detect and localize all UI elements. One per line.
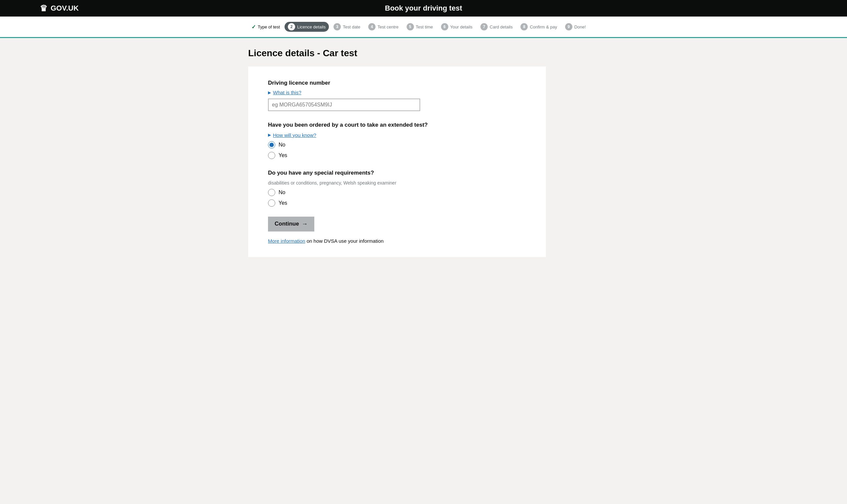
site-title: Book your driving test — [385, 4, 462, 13]
extended-test-label: Have you been ordered by a court to take… — [268, 121, 526, 129]
step-label-test-centre: Test centre — [377, 24, 399, 30]
footer-after-link-text: on how DVSA use your information — [305, 238, 384, 244]
step-confirm-pay[interactable]: 8 Confirm & pay — [517, 22, 560, 32]
gov-logo[interactable]: ♛ GOV.UK — [40, 3, 79, 14]
special-requirements-label: Do you have any special requirements? — [268, 169, 526, 177]
continue-button-label: Continue — [275, 220, 299, 227]
progress-steps: ✓ Type of test 2 Licence details 3 Test … — [242, 22, 605, 32]
licence-number-section: Driving licence number ▶ What is this? — [268, 80, 526, 111]
main-content: Licence details - Car test Driving licen… — [242, 38, 605, 267]
crown-icon: ♛ — [40, 3, 47, 14]
step-licence-details[interactable]: 2 Licence details — [284, 22, 329, 32]
special-req-no-label[interactable]: No — [279, 190, 285, 195]
arrow-right-icon: → — [302, 220, 308, 228]
check-icon: ✓ — [251, 24, 256, 30]
step-type-of-test[interactable]: ✓ Type of test — [248, 22, 283, 32]
step-number-7: 7 — [480, 23, 488, 31]
step-number-4: 4 — [368, 23, 375, 31]
continue-button[interactable]: Continue → — [268, 217, 314, 232]
step-number-6: 6 — [441, 23, 448, 31]
special-requirements-hint: disabilities or conditions, pregnancy, W… — [268, 180, 526, 185]
extended-test-radio-group: No Yes — [268, 141, 526, 159]
step-card-details[interactable]: 7 Card details — [477, 22, 516, 32]
step-number-2: 2 — [288, 23, 295, 31]
step-number-9: 9 — [565, 23, 572, 31]
form-card: Driving licence number ▶ What is this? H… — [248, 67, 546, 257]
extended-test-yes-option: Yes — [268, 152, 526, 159]
licence-number-label: Driving licence number — [268, 80, 526, 86]
step-your-details[interactable]: 6 Your details — [438, 22, 476, 32]
logo-text: GOV.UK — [51, 4, 79, 13]
step-label-test-date: Test date — [343, 24, 360, 30]
step-label-type-of-test: Type of test — [258, 24, 280, 30]
what-is-this-link[interactable]: What is this? — [273, 90, 301, 95]
how-will-you-know-wrapper: ▶ How will you know? — [268, 132, 526, 138]
step-number-3: 3 — [334, 23, 341, 31]
footer-info: More information on how DVSA use your in… — [268, 238, 526, 244]
special-req-yes-label[interactable]: Yes — [279, 200, 287, 206]
what-is-this-wrapper: ▶ What is this? — [268, 90, 526, 95]
licence-number-input[interactable] — [268, 98, 420, 111]
special-req-no-radio[interactable] — [268, 189, 275, 196]
special-req-yes-option: Yes — [268, 199, 526, 207]
step-label-licence-details: Licence details — [297, 24, 325, 30]
extended-test-yes-radio[interactable] — [268, 152, 275, 159]
special-requirements-section: Do you have any special requirements? di… — [268, 169, 526, 207]
special-requirements-radio-group: No Yes — [268, 189, 526, 207]
special-req-yes-radio[interactable] — [268, 199, 275, 207]
more-information-link[interactable]: More information — [268, 238, 305, 244]
triangle-icon-2: ▶ — [268, 132, 271, 137]
step-number-8: 8 — [520, 23, 528, 31]
extended-test-yes-label[interactable]: Yes — [279, 152, 287, 158]
step-label-your-details: Your details — [450, 24, 473, 30]
step-label-confirm-pay: Confirm & pay — [530, 24, 557, 30]
extended-test-section: Have you been ordered by a court to take… — [268, 121, 526, 159]
step-label-done: Done! — [575, 24, 586, 30]
progress-bar-container: ✓ Type of test 2 Licence details 3 Test … — [0, 17, 847, 38]
step-number-5: 5 — [407, 23, 414, 31]
step-test-centre[interactable]: 4 Test centre — [365, 22, 402, 32]
step-test-time[interactable]: 5 Test time — [403, 22, 436, 32]
special-req-no-option: No — [268, 189, 526, 196]
site-header: ♛ GOV.UK Book your driving test — [0, 0, 847, 17]
step-test-date[interactable]: 3 Test date — [330, 22, 364, 32]
extended-test-no-option: No — [268, 141, 526, 148]
extended-test-no-label[interactable]: No — [279, 142, 285, 148]
extended-test-no-radio[interactable] — [268, 141, 275, 148]
step-label-card-details: Card details — [490, 24, 512, 30]
page-title: Licence details - Car test — [248, 48, 599, 58]
step-done[interactable]: 9 Done! — [562, 22, 589, 32]
step-label-test-time: Test time — [416, 24, 433, 30]
triangle-icon-1: ▶ — [268, 90, 271, 95]
how-will-you-know-link[interactable]: How will you know? — [273, 132, 316, 138]
